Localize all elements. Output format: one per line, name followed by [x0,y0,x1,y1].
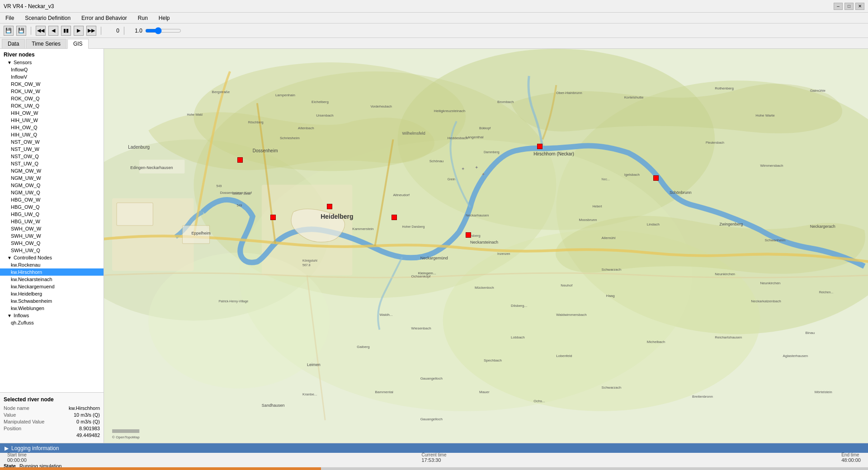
tree-item-hbg-ow-q[interactable]: HBG_OW_Q [0,203,104,211]
progress-bar-container [0,467,868,470]
tree-item-hbg-ow-w[interactable]: HBG_OW_W [0,196,104,203]
tree-item-kw-neckarsteinach[interactable]: kw.Neckarsteinach [0,276,104,283]
svg-text:Hebert: Hebert [593,205,602,208]
svg-text:Hohe Wald: Hohe Wald [187,113,202,116]
rewind-button[interactable]: ◀◀ [36,26,46,36]
marker-nst[interactable] [392,215,397,220]
tree-item-ngm-uw-w[interactable]: NGM_UW_W [0,174,104,182]
svg-text:549: 549 [217,184,222,188]
tree-item-hih-uw-q[interactable]: HIH_UW_Q [0,131,104,138]
tree-item-nst-ow-w[interactable]: NST_OW_W [0,138,104,146]
svg-text:Bergstraße: Bergstraße [212,90,230,94]
tree-item-hih-ow-w[interactable]: HIH_OW_W [0,109,104,117]
tree-item-rok-uw-w[interactable]: ROK_UW_W [0,88,104,95]
info-title: Selected river node [4,396,100,403]
svg-text:Eichelberg: Eichelberg [311,100,329,104]
tree-group-sensors[interactable]: ▼ Sensors [0,59,104,66]
tree-item-inflowv[interactable]: InflowV [0,73,104,80]
inflows-items: qh.Zufluss [0,319,104,326]
open-button[interactable]: 💾 [4,26,14,36]
tree-item-ngm-ow-q[interactable]: NGM_OW_Q [0,182,104,189]
info-row-position: Position 8.901983 [4,426,100,431]
tree-item-hbg-uw-w[interactable]: HBG_UW_W [0,218,104,225]
tree-item-hih-uw-w[interactable]: HIH_UW_W [0,117,104,124]
tree-item-ngm-ow-w[interactable]: NGM_OW_W [0,167,104,174]
svg-text:Weißer Stein: Weißer Stein [232,192,250,195]
minimize-button[interactable]: – [834,3,843,10]
svg-text:© OpenTopoMap: © OpenTopoMap [112,435,140,439]
tab-data[interactable]: Data [2,39,25,48]
tree-item-kw-neckargemuend[interactable]: kw.Neckargemuend [0,283,104,290]
tree-item-kw-heidelberg[interactable]: kw.Heidelberg [0,290,104,297]
sensors-items: InflowQ InflowV ROK_OW_W ROK_UW_W ROK_OW… [0,66,104,254]
marker-hirschhorn[interactable] [537,144,542,149]
tab-gis[interactable]: GIS [67,39,89,49]
tree-item-rok-ow-q[interactable]: ROK_OW_Q [0,95,104,102]
speed-slider[interactable] [145,27,181,34]
svg-text:Schwarzach: Schwarzach [602,268,622,272]
tree-item-swh-uw-w[interactable]: SWH_UW_W [0,232,104,240]
pause-button[interactable]: ▮▮ [61,26,71,36]
tree-item-rok-ow-w[interactable]: ROK_OW_W [0,80,104,88]
svg-text:Heidelberg: Heidelberg [321,213,353,220]
svg-text:Inzenzen: Inzenzen [497,252,510,255]
svg-text:Neckarhausen: Neckarhausen [466,213,489,217]
logging-row[interactable]: ▶ Logging information [0,443,868,453]
tree-item-nst-ow-q[interactable]: NST_OW_Q [0,153,104,160]
tree-item-kw-hirschhorn[interactable]: kw.Hirschhorn [0,268,104,276]
marker-swh[interactable] [327,204,332,209]
menu-help[interactable]: Help [155,14,174,22]
svg-rect-104 [112,429,139,433]
menu-error[interactable]: Error and Behavior [78,14,131,22]
tree-item-rok-uw-q[interactable]: ROK_UW_Q [0,102,104,109]
tree-group-inflows[interactable]: ▼ Inflows [0,312,104,319]
svg-text:Heddesbach: Heddesbach [448,136,468,140]
tree-item-swh-uw-q[interactable]: SWH_UW_Q [0,247,104,254]
logging-arrow-icon: ▶ [5,445,9,451]
menu-file[interactable]: File [2,14,18,22]
info-label-manipulated: Manipulated Value [4,419,44,424]
tree-item-hbg-uw-q[interactable]: HBG_UW_Q [0,211,104,218]
tree-item-hih-ow-q[interactable]: HIH_OW_Q [0,124,104,131]
marker-ngm[interactable] [237,157,243,163]
tree-item-kw-rockenau[interactable]: kw.Rockenau [0,261,104,268]
tree-item-nst-uw-w[interactable]: NST_UW_W [0,146,104,153]
marker-hbg[interactable] [270,215,276,220]
tree-item-inflowq[interactable]: InflowQ [0,66,104,73]
menu-run[interactable]: Run [134,14,151,22]
save-button[interactable]: 💾 [16,26,26,36]
tree-item-kw-wieblungen[interactable]: kw.Wieblungen [0,305,104,312]
tree-item-nst-uw-q[interactable]: NST_UW_Q [0,160,104,167]
marker-neckar[interactable] [466,232,471,238]
tree-root: River nodes [0,51,104,59]
map-area[interactable]: Ladenburg Eppelheim Edingen-Neckarhausen… [104,49,868,443]
current-time-label: Current time [421,452,446,457]
tree-item-kw-schwabenheim[interactable]: kw.Schwabenheim [0,297,104,305]
close-button[interactable]: ✕ [855,3,864,10]
tab-timeseries[interactable]: Time Series [26,39,66,48]
fast-forward-button[interactable]: ▶▶ [86,26,96,36]
svg-text:Bammental: Bammental [375,390,393,394]
marker-rok[interactable] [653,175,659,181]
tree-group-controlled[interactable]: ▼ Controlled Nodes [0,254,104,261]
tree-item-swh-ow-q[interactable]: SWH_OW_Q [0,240,104,247]
play-button[interactable]: ▶ [74,26,84,36]
svg-text:Mauer: Mauer [479,390,490,394]
svg-text:Schwanheim: Schwanheim [764,238,785,242]
maximize-button[interactable]: □ [844,3,854,10]
step-back-button[interactable]: ◀ [48,26,58,36]
info-label-value: Value [4,412,16,418]
tree-item-ngm-uw-q[interactable]: NGM_UW_Q [0,189,104,196]
svg-text:Kranbe...: Kranbe... [302,392,317,396]
status-bar: ▶ Logging information Start time 00:00:0… [0,443,868,470]
svg-text:Eppelheim: Eppelheim [192,231,211,235]
svg-text:Schriesheim: Schriesheim [280,136,300,140]
menu-scenario[interactable]: Scenario Definition [21,14,74,22]
svg-text:Schönau: Schönau [429,159,444,163]
main-area: River nodes ▼ Sensors InflowQ InflowV RO… [0,49,868,443]
start-time-label: Start time [7,452,27,457]
tree-item-qh-zufluss[interactable]: qh.Zufluss [0,319,104,326]
info-value-position2: 49.449482 [76,432,100,438]
tree-item-swh-ow-w[interactable]: SWH_OW_W [0,225,104,232]
tab-bar: Data Time Series GIS [0,38,868,49]
